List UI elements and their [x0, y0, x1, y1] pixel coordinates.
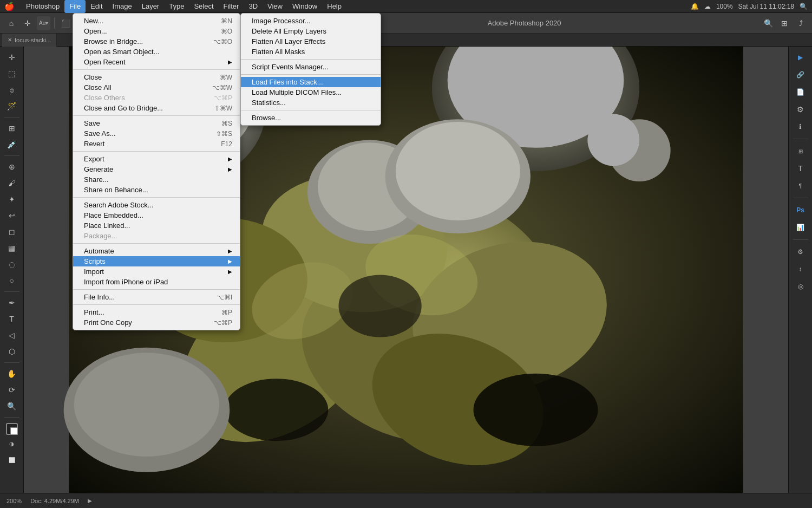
menu-new[interactable]: New... ⌘N [73, 16, 240, 26]
search-icon[interactable]: 🔍 [800, 3, 808, 10]
move-tool[interactable]: ✛ [3, 50, 21, 65]
zoom-tool[interactable]: 🔍 [3, 399, 21, 414]
menu-scripts[interactable]: Scripts ▶ [73, 256, 240, 266]
menubar-layer[interactable]: Layer [137, 0, 165, 13]
history-brush-tool[interactable]: ↩ [3, 208, 21, 223]
menu-print-one[interactable]: Print One Copy ⌥⌘P [73, 317, 240, 328]
scripts-flatten-layer-effects[interactable]: Flatten All Layer Effects [241, 36, 381, 47]
right-panel-btn-5[interactable]: ℹ [791, 119, 810, 134]
menubar-filter[interactable]: Filter [219, 0, 244, 13]
scripts-delete-empty-layers[interactable]: Delete All Empty Layers [241, 26, 381, 36]
menu-close-others[interactable]: Close Others ⌥⌘P [73, 93, 240, 103]
menu-import-iphone[interactable]: Import from iPhone or iPad [73, 277, 240, 287]
menu-browse-bridge[interactable]: Browse in Bridge... ⌥⌘O [73, 36, 240, 47]
menu-place-embedded[interactable]: Place Embedded... [73, 210, 240, 220]
menu-search-stock[interactable]: Search Adobe Stock... [73, 200, 240, 210]
menubar-type[interactable]: Type [164, 0, 189, 13]
scripts-load-files-stack[interactable]: Load Files into Stack... [241, 77, 381, 87]
lasso-tool[interactable]: ⌾ [3, 82, 21, 97]
right-panel-circle[interactable]: ◎ [791, 279, 810, 294]
path-tool[interactable]: ◁ [3, 328, 21, 343]
menu-print[interactable]: Print... ⌘P [73, 307, 240, 317]
menu-package[interactable]: Package... [73, 231, 240, 241]
menu-generate[interactable]: Generate ▶ [73, 164, 240, 174]
menu-close[interactable]: Close ⌘W [73, 72, 240, 82]
blur-tool[interactable]: ◌ [3, 257, 21, 272]
scripts-load-dicom[interactable]: Load Multiple DICOM Files... [241, 87, 381, 97]
right-panel-btn-3[interactable]: 📄 [791, 84, 810, 100]
scripts-image-processor[interactable]: Image Processor... [241, 16, 381, 26]
shape-tool[interactable]: ⬡ [3, 344, 21, 359]
right-panel-gear[interactable]: ⚙ [791, 244, 810, 259]
menu-save-as[interactable]: Save As... ⇧⌘S [73, 128, 240, 139]
menu-share[interactable]: Share... [73, 174, 240, 185]
menu-close-all[interactable]: Close All ⌥⌘W [73, 82, 240, 93]
menu-file-info[interactable]: File Info... ⌥⌘I [73, 292, 240, 302]
dodge-tool[interactable]: ○ [3, 273, 21, 288]
eraser-tool[interactable]: ◻ [3, 224, 21, 239]
select-tool[interactable]: ⬚ [3, 66, 21, 81]
foreground-color[interactable] [6, 423, 18, 435]
menu-automate[interactable]: Automate ▶ [73, 246, 240, 256]
datetime: Sat Jul 11 11:02:18 [738, 3, 794, 10]
tool-sep-2 [4, 155, 19, 156]
magic-wand-tool[interactable]: 🪄 [3, 99, 21, 114]
menubar-view[interactable]: View [263, 0, 287, 13]
menubar-edit[interactable]: Edit [86, 0, 107, 13]
quick-mask-btn[interactable]: ◑ [3, 436, 21, 451]
rotate-tool[interactable]: ⟳ [3, 382, 21, 398]
view-toggle-btn[interactable]: ⊞ [777, 16, 791, 30]
menubar-file[interactable]: File [64, 0, 86, 13]
right-panel-btn-8[interactable]: ¶ [791, 178, 810, 193]
scripts-event-manager[interactable]: Script Events Manager... [241, 62, 381, 72]
scripts-statistics[interactable]: Statistics... [241, 97, 381, 108]
move-tool-btn[interactable]: ✛ [21, 16, 35, 30]
menu-share-behance[interactable]: Share on Behance... [73, 185, 240, 195]
menubar-select[interactable]: Select [189, 0, 218, 13]
home-btn[interactable]: ⌂ [4, 16, 18, 30]
right-panel-ps[interactable]: Ps [791, 203, 810, 218]
screen-mode-btn[interactable]: ⬜ [3, 452, 21, 467]
gradient-tool[interactable]: ▦ [3, 240, 21, 256]
menu-open[interactable]: Open... ⌘O [73, 26, 240, 36]
align-left-btn[interactable]: ⬛ [58, 16, 73, 30]
menubar-window[interactable]: Window [287, 0, 322, 13]
tab-close-btn[interactable]: ✕ [8, 37, 12, 43]
menu-place-linked[interactable]: Place Linked... [73, 220, 240, 231]
menu-import[interactable]: Import ▶ [73, 266, 240, 277]
auto-btn[interactable]: Au▾ [37, 16, 50, 30]
crop-tool[interactable]: ⊞ [3, 121, 21, 136]
brush-tool[interactable]: 🖌 [3, 175, 21, 191]
menu-open-recent[interactable]: Open Recent ▶ [73, 57, 240, 67]
right-panel-btn-4[interactable]: ⚙ [791, 102, 810, 117]
right-panel-btn-1[interactable]: ▶ [791, 50, 810, 65]
menu-revert[interactable]: Revert F12 [73, 139, 240, 149]
menubar-photoshop[interactable]: Photoshop [21, 0, 64, 13]
pen-tool[interactable]: ✒ [3, 295, 21, 310]
text-tool[interactable]: T [3, 311, 21, 327]
apple-menu[interactable]: 🍎 [4, 2, 15, 11]
right-panel-move[interactable]: ↕ [791, 262, 810, 277]
scripts-browse[interactable]: Browse... [241, 113, 381, 123]
hand-tool[interactable]: ✋ [3, 366, 21, 381]
right-panel-btn-6[interactable]: ⊞ [791, 144, 810, 159]
menubar-3d[interactable]: 3D [244, 0, 263, 13]
clone-tool[interactable]: ✦ [3, 192, 21, 207]
menu-export[interactable]: Export ▶ [73, 154, 240, 164]
menu-save[interactable]: Save ⌘S [73, 118, 240, 128]
share-btn[interactable]: ⤴ [794, 16, 808, 30]
right-sep-1 [793, 139, 808, 139]
search-toolbar-btn[interactable]: 🔍 [761, 16, 775, 30]
right-panel-chart[interactable]: 📊 [791, 220, 810, 235]
menubar-help[interactable]: Help [322, 0, 346, 13]
eyedropper-tool[interactable]: 💉 [3, 137, 21, 152]
healing-brush-tool[interactable]: ⊕ [3, 159, 21, 174]
file-tab[interactable]: ✕ focus-stacki... [2, 34, 57, 47]
scripts-flatten-masks[interactable]: Flatten All Masks [241, 47, 381, 57]
menu-close-bridge[interactable]: Close and Go to Bridge... ⇧⌘W [73, 103, 240, 113]
menu-open-smart[interactable]: Open as Smart Object... [73, 47, 240, 57]
right-panel-btn-2[interactable]: 🔗 [791, 67, 810, 82]
right-panel-btn-7[interactable]: T [791, 161, 810, 176]
menubar-image[interactable]: Image [108, 0, 137, 13]
menubar: 🍎 Photoshop File Edit Image Layer Type S… [0, 0, 812, 13]
